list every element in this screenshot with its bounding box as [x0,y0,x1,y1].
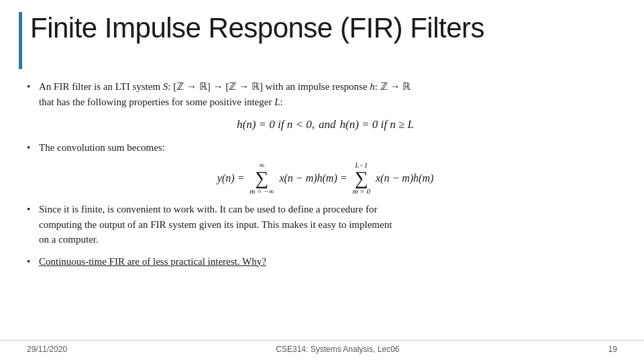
math-equation-1: h(n) = 0 if n < 0, and h(n) = 0 if n ≥ L [27,116,624,133]
accent-bar [19,12,22,69]
sum-infinite: ∞ ∑ m = −∞ [250,162,274,195]
convolution-equation: y(n) = ∞ ∑ m = −∞ x(n − m)h(m) = L−1 ∑ m… [27,162,624,195]
footer-course: CSE314: Systems Analysis, Lec06 [276,345,399,354]
xnm-hm-2: x(n − m)h(m) [376,170,433,186]
bullet-2-text: The convolution sum becomes: [39,142,165,153]
bullet-2: The convolution sum becomes: [27,140,624,156]
footer-date: 29/11/2020 [27,345,67,354]
bullet-1-text: An FIR filter is an LTI system S: [ℤ → ℝ… [39,81,411,107]
footer-page: 19 [608,345,617,354]
math-hn-eq2: h(n) = 0 if n ≥ L [339,116,414,133]
slide-title: Finite Impulse Response (FIR) Filters [30,12,484,44]
bullet-1: An FIR filter is an LTI system S: [ℤ → ℝ… [27,79,624,109]
bullet-4-text: Continuous-time FIR are of less practica… [39,256,266,267]
xnm-hm-1: x(n − m)h(m) = [279,170,347,186]
math-and: and [319,116,336,133]
slide: Finite Impulse Response (FIR) Filters An… [0,0,644,362]
sum-finite: L−1 ∑ m = 0 [353,162,370,195]
footer: 29/11/2020 CSE314: Systems Analysis, Lec… [0,340,644,354]
yn-equals: y(n) = [217,170,245,186]
math-hn-eq1: h(n) = 0 if n < 0, [237,116,315,133]
content-area: An FIR filter is an LTI system S: [ℤ → ℝ… [27,79,624,276]
bullet-4: Continuous-time FIR are of less practica… [27,254,624,269]
bullet-3-text: Since it is finite, is convenient to wor… [39,204,392,245]
bullet-3: Since it is finite, is convenient to wor… [27,202,624,247]
